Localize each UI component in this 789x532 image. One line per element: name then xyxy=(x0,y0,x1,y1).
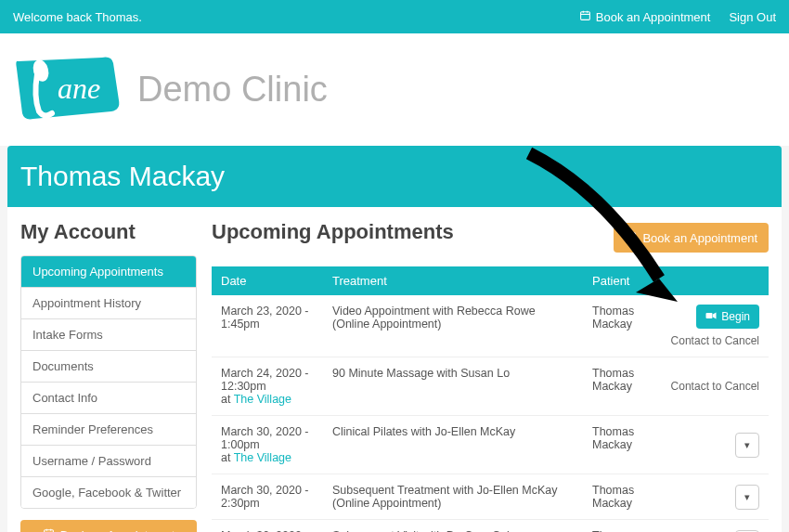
sidebar-item-intake[interactable]: Intake Forms xyxy=(21,319,196,351)
header: ane Demo Clinic xyxy=(0,33,789,146)
jane-logo: ane xyxy=(13,50,124,129)
table-row: March 30, 2020 - 4:30pmSubsequent Visit … xyxy=(212,520,769,533)
book-appointment-label: Book an Appointment xyxy=(596,10,711,24)
video-icon xyxy=(705,310,717,323)
calendar-icon xyxy=(625,230,637,245)
cell-date: March 23, 2020 - 1:45pm xyxy=(212,295,323,357)
svg-marker-15 xyxy=(713,313,717,319)
cell-treatment: Clinical Pilates with Jo-Ellen McKay xyxy=(323,416,583,474)
cell-treatment: Video Appointment with Rebecca Rowe(Onli… xyxy=(323,295,583,357)
sidebar-item-upcoming[interactable]: Upcoming Appointments xyxy=(21,256,196,288)
chevron-down-icon: ▾ xyxy=(744,491,750,502)
clinic-name: Demo Clinic xyxy=(137,70,328,110)
cell-treatment: Subsequent Visit with Dr. Cam Coleman(On… xyxy=(323,520,583,533)
sidebar-item-reminder[interactable]: Reminder Preferences xyxy=(21,414,196,446)
cell-date: March 24, 2020 - 12:30pmat The Village xyxy=(212,357,323,416)
main: Upcoming Appointments Book an Appointmen… xyxy=(212,220,769,532)
cell-date: March 30, 2020 - 4:30pm xyxy=(212,520,323,533)
cell-actions: ▾ xyxy=(648,474,769,520)
svg-rect-14 xyxy=(706,313,713,318)
sidebar-book-label: Book an Appointment xyxy=(60,528,175,533)
col-actions xyxy=(648,266,769,295)
calendar-icon xyxy=(43,527,55,532)
table-row: March 30, 2020 - 2:30pmSubsequent Treatm… xyxy=(212,474,769,520)
cell-patient: Thomas Mackay xyxy=(583,416,648,474)
col-date: Date xyxy=(212,266,323,295)
row-actions-dropdown[interactable]: ▾ xyxy=(735,485,759,510)
cell-patient: Thomas Mackay xyxy=(583,295,648,357)
cell-actions: ▾ xyxy=(648,416,769,474)
location-link[interactable]: The Village xyxy=(234,393,291,406)
begin-button[interactable]: Begin xyxy=(696,305,759,329)
main-book-button[interactable]: Book an Appointment xyxy=(614,223,769,253)
row-actions-dropdown[interactable]: ▾ xyxy=(735,433,759,458)
cell-actions: ▾ xyxy=(648,520,769,533)
cell-date: March 30, 2020 - 2:30pm xyxy=(212,474,323,520)
cell-treatment: Subsequent Treatment with Jo-Ellen McKay… xyxy=(323,474,583,520)
table-header-row: Date Treatment Patient xyxy=(212,266,769,295)
sidebar: My Account Upcoming Appointments Appoint… xyxy=(20,220,197,532)
svg-rect-10 xyxy=(627,233,636,241)
main-heading: Upcoming Appointments xyxy=(212,220,454,244)
contact-cancel-text: Contact to Cancel xyxy=(671,380,759,393)
cell-patient: Thomas Mackay xyxy=(583,474,648,520)
sidebar-item-username[interactable]: Username / Password xyxy=(21,446,196,477)
sidebar-item-history[interactable]: Appointment History xyxy=(21,288,196,319)
svg-rect-0 xyxy=(580,12,589,20)
sidebar-item-documents[interactable]: Documents xyxy=(21,351,196,383)
chevron-down-icon: ▾ xyxy=(744,439,750,450)
location-link[interactable]: The Village xyxy=(234,451,291,464)
cell-patient: Thomas Mackay xyxy=(583,357,648,416)
book-appointment-link[interactable]: Book an Appointment xyxy=(579,9,711,24)
col-patient: Patient xyxy=(583,266,648,295)
svg-text:ane: ane xyxy=(58,71,100,105)
cell-patient: Thomas Mackay xyxy=(583,520,648,533)
table-row: March 30, 2020 - 1:00pmat The VillageCli… xyxy=(212,416,769,474)
sidebar-heading: My Account xyxy=(20,220,197,244)
table-row: March 23, 2020 - 1:45pmVideo Appointment… xyxy=(212,295,769,357)
begin-label: Begin xyxy=(721,310,750,323)
cell-actions: BeginContact to Cancel xyxy=(648,295,769,357)
contact-cancel-text: Contact to Cancel xyxy=(657,334,759,347)
welcome-text: Welcome back Thomas. xyxy=(13,10,142,24)
cell-treatment: 90 Minute Massage with Susan Lo xyxy=(323,357,583,416)
calendar-icon xyxy=(579,9,591,24)
cell-date: March 30, 2020 - 1:00pmat The Village xyxy=(212,416,323,474)
cell-actions: Contact to Cancel xyxy=(648,357,769,416)
topbar-right: Book an Appointment Sign Out xyxy=(579,9,776,24)
sidebar-book-button[interactable]: Book an Appointment xyxy=(20,520,197,532)
topbar: Welcome back Thomas. Book an Appointment… xyxy=(0,0,789,33)
col-treatment: Treatment xyxy=(323,266,583,295)
table-row: March 24, 2020 - 12:30pmat The Village90… xyxy=(212,357,769,416)
page-title: Thomas Mackay xyxy=(7,146,782,207)
sign-out-link[interactable]: Sign Out xyxy=(729,10,776,24)
appointments-table: Date Treatment Patient March 23, 2020 - … xyxy=(212,266,769,532)
main-book-label: Book an Appointment xyxy=(642,231,757,245)
sidebar-nav: Upcoming Appointments Appointment Histor… xyxy=(20,255,197,509)
sidebar-item-contact[interactable]: Contact Info xyxy=(21,383,196,414)
sidebar-item-social[interactable]: Google, Facebook & Twitter xyxy=(21,477,196,508)
